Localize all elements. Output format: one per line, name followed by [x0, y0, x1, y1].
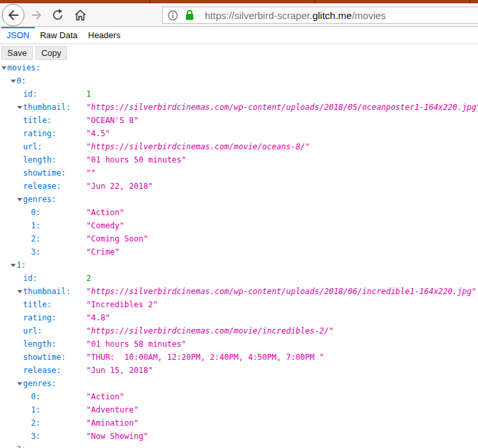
json-value: 2: [86, 272, 91, 285]
json-value: "Comedy": [86, 219, 124, 232]
tab-raw-data[interactable]: Raw Data: [35, 27, 83, 43]
json-key: 2:: [0, 232, 86, 245]
json-key: movies:: [0, 61, 86, 74]
json-tree: movies:0:id:1thumbnail:"https://silverbi…: [0, 61, 478, 448]
json-value: "Jun 15, 2018": [86, 364, 153, 377]
json-value: "Adventure": [86, 403, 138, 416]
save-button[interactable]: Save: [1, 46, 33, 60]
json-key: rating:: [0, 311, 86, 324]
json-row: length:"01 hours 50 minutes": [0, 153, 478, 166]
expand-twisty-icon[interactable]: [17, 382, 22, 386]
url-prefix: https://silverbird-scraper.: [205, 10, 312, 21]
json-row: 1:"Adventure": [0, 403, 478, 416]
json-key: 0:: [0, 390, 86, 403]
json-key: genres:: [0, 193, 86, 206]
json-value: "4.8": [86, 311, 110, 324]
json-key: id:: [0, 87, 86, 101]
expand-twisty-icon[interactable]: [11, 264, 16, 267]
tab-headers[interactable]: Headers: [83, 27, 126, 43]
json-row: 0:"Action": [0, 206, 478, 219]
json-key: 3:: [0, 430, 86, 443]
json-row: id:1: [0, 87, 478, 101]
json-key: 3:: [0, 245, 86, 259]
json-value: "Coming Soon": [86, 232, 148, 245]
expand-twisty-icon[interactable]: [17, 106, 22, 109]
forward-button[interactable]: [28, 7, 45, 24]
json-row: movies:: [0, 61, 478, 74]
json-row: 1:"Comedy": [0, 219, 478, 232]
json-value: "Jun 22, 2018": [86, 180, 153, 193]
json-row: 3:"Now Showing": [0, 430, 478, 443]
json-key: release:: [0, 180, 86, 193]
json-row: genres:: [0, 377, 478, 390]
json-row: thumbnail:"https://silverbirdcinemas.com…: [0, 285, 478, 298]
json-value: "https://silverbirdcinemas.com/movie/oce…: [86, 140, 310, 153]
json-row: 1:: [0, 259, 478, 272]
forward-icon: [30, 8, 44, 22]
json-value: "THUR: 10:00AM, 12:20PM, 2:40PM, 4:50PM,…: [86, 351, 324, 364]
expand-twisty-icon[interactable]: [11, 80, 16, 83]
json-row: 0:: [0, 74, 478, 87]
json-value: 1: [86, 87, 91, 101]
expand-twisty-icon[interactable]: [1, 66, 7, 70]
json-key: 1:: [0, 219, 86, 232]
json-value: "Action": [86, 390, 124, 403]
json-row: release:"Jun 15, 2018": [0, 364, 478, 377]
json-value: "https://silverbirdcinemas.com/wp-conten…: [86, 285, 476, 298]
json-row: showtime:"THUR: 10:00AM, 12:20PM, 2:40PM…: [0, 351, 478, 364]
json-row: 0:"Action": [0, 390, 478, 403]
json-key: thumbnail:: [0, 101, 86, 114]
page-info-button[interactable]: [167, 10, 178, 21]
home-button[interactable]: [72, 7, 89, 24]
security-lock-button[interactable]: [184, 9, 195, 21]
json-key: url:: [0, 324, 86, 337]
reload-icon: [51, 9, 65, 22]
json-key: length:: [0, 337, 86, 351]
json-viewer-tabbar: JSON Raw Data Headers: [0, 27, 478, 44]
json-key: showtime:: [0, 351, 86, 364]
json-row: title:"Incredibles 2": [0, 298, 478, 311]
json-row: 2:"Coming Soon": [0, 232, 478, 245]
json-value: "Now Showing": [86, 430, 148, 443]
json-value: "https://silverbirdcinemas.com/wp-conten…: [86, 101, 478, 114]
json-key: length:: [0, 153, 86, 166]
lock-icon: [184, 9, 195, 21]
home-icon: [74, 9, 87, 22]
json-key: 1:: [0, 403, 86, 416]
json-key: title:: [0, 298, 86, 311]
browser-toolbar: https://silverbird-scraper.glitch.me/mov…: [0, 3, 478, 27]
json-row: thumbnail:"https://silverbirdcinemas.com…: [0, 101, 478, 114]
json-key: title:: [0, 114, 86, 127]
json-row: 2:"Amination": [0, 416, 478, 430]
json-row: rating:"4.8": [0, 311, 478, 324]
json-value: "https://silverbirdcinemas.com/movie/inc…: [86, 324, 334, 337]
url-domain: glitch.me: [312, 10, 352, 21]
json-key: 2:: [0, 416, 86, 430]
url-text: https://silverbird-scraper.glitch.me/mov…: [205, 10, 386, 21]
back-button[interactable]: [2, 4, 24, 26]
json-row: length:"01 hours 58 minutes": [0, 337, 478, 351]
json-row: id:2: [0, 272, 478, 285]
json-row: genres:: [0, 193, 478, 206]
json-row: rating:"4.5": [0, 127, 478, 140]
json-value: "01 hours 58 minutes": [86, 337, 186, 351]
json-key: url:: [0, 140, 86, 153]
tab-json[interactable]: JSON: [1, 27, 35, 43]
json-key: release:: [0, 364, 86, 377]
reload-button[interactable]: [49, 7, 66, 24]
info-icon: [167, 10, 178, 21]
json-value: "Amination": [86, 416, 138, 430]
json-value: "Action": [86, 206, 124, 219]
json-key: showtime:: [0, 166, 86, 180]
json-value: "": [86, 166, 95, 180]
json-key: 2:: [0, 443, 86, 448]
expand-twisty-icon[interactable]: [17, 290, 22, 293]
url-bar[interactable]: https://silverbird-scraper.glitch.me/mov…: [162, 7, 478, 24]
copy-button[interactable]: Copy: [36, 46, 67, 60]
json-key: id:: [0, 272, 86, 285]
back-icon: [5, 7, 21, 23]
json-row: 3:"Crime": [0, 245, 478, 259]
json-value: "Incredibles 2": [86, 298, 157, 311]
expand-twisty-icon[interactable]: [17, 198, 22, 201]
json-value: "01 hours 50 minutes": [86, 153, 186, 166]
